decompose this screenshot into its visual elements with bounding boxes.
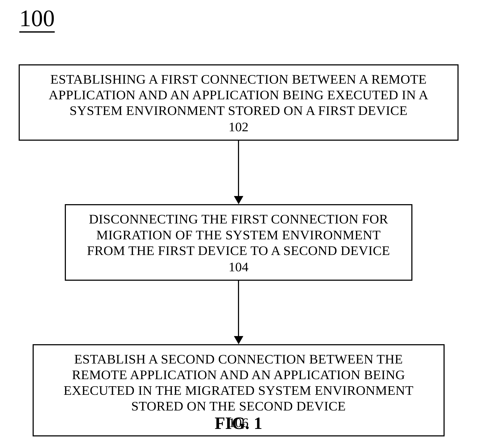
page: 100 ESTABLISHING A FIRST CONNECTION BETW… [0, 0, 477, 448]
figure-label: FIG. 1 [215, 413, 262, 433]
arrow-line [238, 141, 239, 196]
arrow-down-icon [234, 281, 243, 344]
flow-step-text: ESTABLISH A SECOND CONNECTION BETWEEN TH… [42, 351, 436, 414]
figure-reference-number: 100 [19, 6, 55, 33]
arrow-down-icon [234, 141, 243, 204]
flow-step-104: DISCONNECTING THE FIRST CONNECTION FOR M… [65, 204, 412, 281]
arrow-head-icon [234, 336, 243, 344]
flow-step-number: 102 [27, 119, 450, 135]
arrow-line [238, 281, 239, 336]
flow-step-number: 104 [74, 259, 404, 275]
flowchart: ESTABLISHING A FIRST CONNECTION BETWEEN … [19, 64, 459, 436]
flow-step-102: ESTABLISHING A FIRST CONNECTION BETWEEN … [19, 64, 459, 141]
flow-step-text: ESTABLISHING A FIRST CONNECTION BETWEEN … [27, 71, 450, 118]
arrow-head-icon [234, 196, 243, 204]
flow-step-text: DISCONNECTING THE FIRST CONNECTION FOR M… [74, 211, 404, 258]
